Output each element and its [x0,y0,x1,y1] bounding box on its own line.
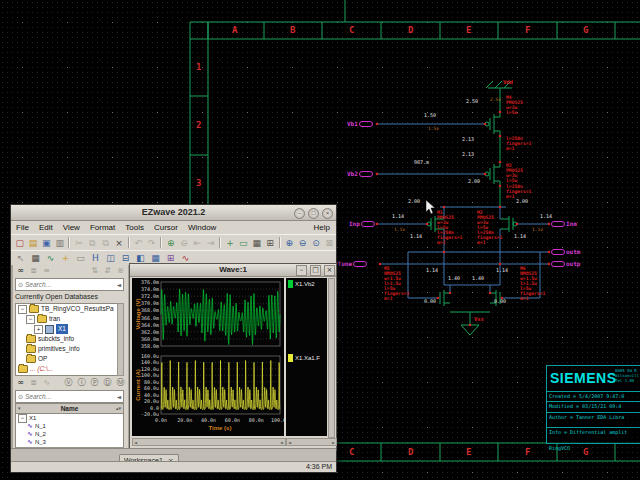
port-vb1[interactable]: Vb1 [347,120,373,128]
legend-item[interactable]: X1.Xa1.F [288,354,320,362]
tree-item[interactable]: primitives_info [16,344,123,354]
menu-window[interactable]: Window [183,221,221,234]
expand-tree-icon[interactable]: ≣ [28,265,39,276]
filter-power-icon[interactable]: Ⓟ [89,377,100,388]
signal-item[interactable]: −X1 [16,414,123,422]
restore-icon[interactable]: □ [310,265,321,276]
mouse-cursor [426,200,435,214]
grid-icon[interactable]: ▦ [250,236,263,250]
close-icon[interactable]: × [322,208,333,219]
device-property-line: m=1 [520,296,545,301]
sort-arrows-icon[interactable]: ▴▾ [116,404,121,413]
collapse-icon[interactable]: − [18,305,27,314]
collapse-icon[interactable]: − [26,315,35,324]
wave-titlebar[interactable]: Wave:1 –□× [130,264,336,277]
plot-area[interactable]: Voltage (V) Current (A) Time (s) 376.0m3… [132,278,284,436]
scroll-left-icon[interactable]: ◄ [288,440,291,445]
minimize-icon[interactable]: – [294,208,305,219]
tree-item-label: subckts_info [38,334,74,344]
zoom-full-icon[interactable]: ⊙ [309,236,322,250]
zoom-out-icon[interactable]: ⊖ [296,236,309,250]
save-icon[interactable]: ▣ [40,236,53,250]
menu-tools[interactable]: Tools [120,221,149,234]
list-view-icon[interactable]: ≣ [28,377,39,388]
menu-file[interactable]: File [11,221,34,234]
undo-icon: ↶ [132,236,145,250]
close-icon[interactable]: × [324,265,335,276]
filter-icon[interactable]: ≋ [115,265,126,276]
search-prev-icon[interactable]: ◄ [116,393,121,401]
port-outm[interactable]: outm [551,248,580,256]
scroll-left-icon[interactable]: ◄ [134,440,137,445]
frame-column-letter: D [408,25,413,35]
tree-item[interactable]: +X1 [16,324,123,334]
menu-help[interactable]: Help [308,221,336,234]
signal-item[interactable]: ∿N_2 [16,430,123,438]
titleblock-address: 8005 SW BWilsonvillTel 1.80 [615,368,639,383]
port-inp[interactable]: Inp [349,220,375,228]
port-inm[interactable]: Inm [551,220,577,228]
filter-current-icon[interactable]: Ⓘ [76,377,87,388]
tree-item[interactable]: ... (C:\... [16,364,123,374]
scroll-right-icon[interactable]: ► [332,440,335,445]
db-tree-scrollbar[interactable] [117,303,124,376]
tree-item[interactable]: subckts_info [16,334,123,344]
open-database-icon[interactable]: ▤ [26,236,39,250]
pan-icon[interactable]: + [223,236,236,250]
search-prev-icon[interactable]: ◄ [116,281,121,289]
collapse-tree-icon[interactable]: ≡ [41,265,52,276]
supply-label: Vdd [503,79,513,85]
wave-list-icon[interactable]: ∿ [41,377,52,388]
filter-math-icon[interactable]: Ⓜ [115,377,126,388]
expand-icon[interactable]: + [34,325,43,334]
port-vtune[interactable]: VTune [334,260,367,268]
plot-hscrollbar[interactable]: ◄► [132,438,286,446]
legend-swatch [288,354,293,362]
signal-item[interactable]: ∿N_3 [16,438,123,446]
find-signals-icon[interactable]: ∞ [15,377,26,388]
db-search-input[interactable] [25,281,114,288]
legend-vscrollbar[interactable] [328,278,335,438]
menu-view[interactable]: View [58,221,85,234]
signal-search-input[interactable] [25,393,114,400]
collapse-icon[interactable]: − [18,414,27,423]
collapse-arrow-icon[interactable]: ▾ [18,404,21,413]
legend-hscrollbar[interactable]: ◄► [286,438,337,446]
minimize-icon[interactable]: – [296,265,307,276]
fit-view-icon[interactable]: ▭ [237,236,250,250]
port-symbol [551,221,565,227]
waveform-plot[interactable] [132,278,284,436]
window-titlebar[interactable]: EZwave 2021.2 –□× [11,205,336,221]
maximize-icon[interactable]: □ [308,208,319,219]
filter-voltage-icon[interactable]: Ⓥ [63,377,74,388]
port-label: Inm [566,220,577,228]
add-cursor-icon[interactable]: ⊕ [164,236,177,250]
sort-descending-icon[interactable]: ⇵ [102,265,113,276]
menu-edit[interactable]: Edit [34,221,58,234]
menu-cursor[interactable]: Cursor [149,221,183,234]
signal-name: N_3 [35,438,46,446]
filter-digital-icon[interactable]: Ⓓ [102,377,113,388]
port-outp[interactable]: outp [551,260,580,268]
menu-format[interactable]: Format [85,221,120,234]
window-buttons: –□× [294,208,333,219]
titleblock-row: Author = Tanner EDA Libra [547,412,640,427]
print-icon[interactable]: ▥ [53,236,66,250]
signal-item[interactable]: ∿N_1 [16,422,123,430]
sort-ascending-icon[interactable]: ⇅ [89,265,100,276]
toolbar-separator [128,237,130,248]
node-voltage-value: 2.13 [462,152,474,157]
tree-item[interactable]: −tran [16,314,123,324]
new-waveform-icon[interactable]: ▢ [13,236,26,250]
crosshair-icon[interactable]: ⊞ [263,236,276,250]
zoom-in-icon[interactable]: ⊕ [283,236,296,250]
scroll-right-icon[interactable]: ► [281,440,284,445]
delete-icon[interactable]: × [112,236,125,250]
pin-voltage-value: 1.5v [428,126,439,131]
port-vb2[interactable]: Vb2 [347,170,373,178]
legend-item[interactable]: X1.Vb2 [288,280,315,288]
find-icon[interactable]: ∞ [15,265,26,276]
tree-item[interactable]: OP [16,354,123,364]
tree-item[interactable]: −TB_RingVCO_ResultsPa [16,304,123,314]
workspace-tab-strip: Workspace1 × [11,448,336,462]
